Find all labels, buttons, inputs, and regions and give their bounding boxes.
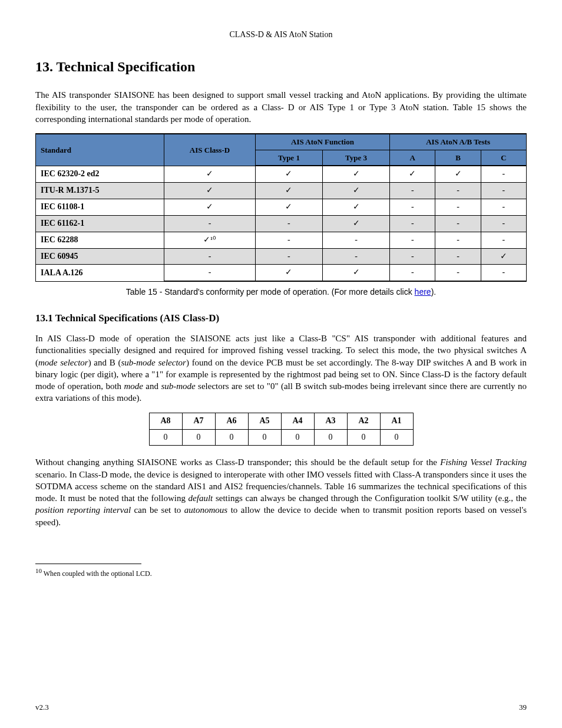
cell: ✓¹⁰ <box>164 232 256 248</box>
cell: - <box>164 215 256 232</box>
running-head: CLASS-D & AIS AtoN Station <box>35 29 527 41</box>
table15-caption: Table 15 - Standard's conformity per mod… <box>35 286 527 298</box>
cell: - <box>164 248 256 265</box>
cell: - <box>323 248 390 265</box>
col-type1: Type 1 <box>255 150 322 166</box>
intro-paragraph: The AIS transponder SIAISONE has been de… <box>35 89 527 125</box>
cell: ✓ <box>164 166 256 182</box>
cell: ✓ <box>323 183 390 199</box>
cell: - <box>390 215 435 232</box>
dip-h: A6 <box>215 413 248 429</box>
cell: ✓ <box>435 166 481 182</box>
row-label: IEC 60945 <box>36 248 164 265</box>
cell: ✓ <box>390 166 435 182</box>
caption-lead: Table 15 - Standard's conformity per mod… <box>126 287 415 297</box>
dip-v: 0 <box>149 429 182 446</box>
p2-italic1: Fishing Vessel Tracking <box>440 457 527 467</box>
dip-h: A2 <box>347 413 380 429</box>
cell: - <box>255 232 322 248</box>
dip-h: A1 <box>380 413 413 429</box>
dip-v: 0 <box>182 429 215 446</box>
dip-h: A4 <box>281 413 314 429</box>
cell: ✓ <box>323 166 390 182</box>
caption-tail: ). <box>431 287 437 297</box>
footnote-num: 10 <box>35 567 42 574</box>
cell: - <box>481 199 526 215</box>
cell: - <box>435 232 481 248</box>
dip-h: A3 <box>314 413 347 429</box>
col-standard: Standard <box>36 134 164 166</box>
cell: - <box>481 183 526 199</box>
p2-italic2: default <box>189 493 213 503</box>
footnote: 10 When coupled with the optional LCD. <box>35 566 527 578</box>
cell: - <box>390 248 435 265</box>
p1-italic2: sub-mode selector <box>121 358 186 367</box>
row-label: ITU-R M.1371-5 <box>36 183 164 199</box>
table-row: IEC 62320-2 ed2 ✓ ✓ ✓ ✓ ✓ - <box>36 166 527 182</box>
row-label: IEC 61162-1 <box>36 215 164 232</box>
cell: - <box>255 248 322 265</box>
row-label: IALA A.126 <box>36 265 164 281</box>
dip-switch-table: A8 A7 A6 A5 A4 A3 A2 A1 0 0 0 0 0 0 0 0 <box>149 413 414 446</box>
cell: - <box>435 199 481 215</box>
cell: - <box>390 265 435 281</box>
dip-v: 0 <box>248 429 281 446</box>
cell: ✓ <box>323 215 390 232</box>
row-label: IEC 61108-1 <box>36 199 164 215</box>
cell: - <box>435 265 481 281</box>
cell: - <box>164 265 256 281</box>
col-c: C <box>481 150 526 166</box>
cell: - <box>435 248 481 265</box>
p1-italic3: mode <box>124 381 143 391</box>
cell: - <box>390 183 435 199</box>
intro-text-2a: D <box>288 103 295 112</box>
dip-v: 0 <box>281 429 314 446</box>
standards-table: Standard AIS Class-D AIS AtoN Function A… <box>35 133 527 282</box>
classd-para-2: Without changing anything SIAISONE works… <box>35 456 527 528</box>
cell: ✓ <box>323 265 390 281</box>
dip-v: 0 <box>380 429 413 446</box>
cell: - <box>481 232 526 248</box>
footnote-text: When coupled with the optional LCD. <box>42 569 152 578</box>
table-row: IEC 61108-1 ✓ ✓ ✓ - - - <box>36 199 527 215</box>
section-title: 13. Technical Specification <box>35 57 527 76</box>
col-type3: Type 3 <box>323 150 390 166</box>
cell: - <box>323 232 390 248</box>
col-class-d: AIS Class-D <box>164 134 256 166</box>
dip-h: A7 <box>182 413 215 429</box>
p1b: ) and B ( <box>88 358 121 367</box>
cell: ✓ <box>255 265 322 281</box>
dip-v: 0 <box>314 429 347 446</box>
col-a: A <box>390 150 435 166</box>
cell: - <box>435 215 481 232</box>
p1d: and <box>143 381 161 391</box>
table-row: ITU-R M.1371-5 ✓ ✓ ✓ - - - <box>36 183 527 199</box>
dip-h: A5 <box>248 413 281 429</box>
table-row: IALA A.126 - ✓ ✓ - - - <box>36 265 527 281</box>
caption-link[interactable]: here <box>415 287 431 297</box>
cell: ✓ <box>481 248 526 265</box>
dip-v: 0 <box>215 429 248 446</box>
classd-para-1: In AIS Class-D mode of operation the SIA… <box>35 332 527 404</box>
col-group-aton-func: AIS AtoN Function <box>255 134 389 150</box>
p2c: settings can always be changed through t… <box>213 493 527 503</box>
cell: ✓ <box>164 199 256 215</box>
col-group-aton-ab: AIS AtoN A/B Tests <box>390 134 527 150</box>
cell: - <box>390 199 435 215</box>
cell: ✓ <box>255 199 322 215</box>
dip-h: A8 <box>149 413 182 429</box>
p1-italic4: sub-mode <box>161 381 195 391</box>
table-row: IEC 61162-1 - - ✓ - - - <box>36 215 527 232</box>
p2-italic4: autonomous <box>184 505 227 515</box>
cell: - <box>390 232 435 248</box>
table-row: IEC 62288 ✓¹⁰ - - - - - <box>36 232 527 248</box>
subsection-title: 13.1 Technical Specifications (AIS Class… <box>35 312 527 325</box>
p2-italic3: position reporting interval <box>35 505 131 515</box>
p1-italic1: mode selector <box>38 358 88 367</box>
col-b: B <box>435 150 481 166</box>
cell: ✓ <box>323 199 390 215</box>
cell: - <box>481 215 526 232</box>
table-row: IEC 60945 - - - - - ✓ <box>36 248 527 265</box>
cell: ✓ <box>164 183 256 199</box>
cell: ✓ <box>255 183 322 199</box>
